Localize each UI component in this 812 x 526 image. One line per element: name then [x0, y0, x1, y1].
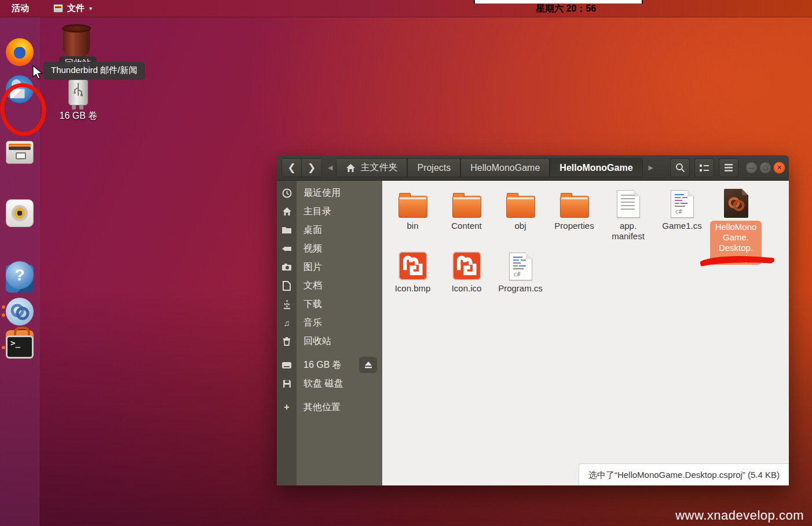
camera-icon: [277, 263, 297, 271]
sidebar-label: 最近使用: [303, 187, 341, 199]
selection-status-text: 选中了“HelloMonoGame.Desktop.csproj” (5.4 K…: [588, 470, 780, 480]
sidebar-label: 软盘 磁盘: [303, 378, 343, 390]
dock-item-files[interactable]: [6, 141, 34, 164]
dock-item-help[interactable]: ?: [6, 261, 34, 289]
file-item-icon-ico[interactable]: Icon.ico: [440, 249, 493, 294]
forward-button[interactable]: ❯: [302, 158, 322, 177]
monogame-logo-icon: [452, 251, 481, 280]
sidebar-label: 音乐: [303, 317, 322, 329]
nav-buttons: ❮ ❯: [281, 158, 322, 177]
sidebar-item-downloads[interactable]: 下载: [277, 295, 382, 313]
popup-edge-strip: [474, 0, 643, 4]
folder-icon: [452, 196, 481, 218]
window-titlebar[interactable]: ❮ ❯ ◀ 主文件夹 Projects HelloMonoGame HelloM…: [277, 155, 789, 181]
hamburger-icon: [724, 164, 733, 171]
file-manager-window: ❮ ❯ ◀ 主文件夹 Projects HelloMonoGame HelloM…: [277, 155, 789, 485]
file-label: obj: [514, 221, 526, 231]
path-segment-current[interactable]: HelloMonoGame: [550, 158, 642, 177]
sidebar-label: 回收站: [303, 335, 331, 348]
app-menu-label: 文件: [67, 3, 85, 14]
folder-icon: [398, 196, 427, 218]
folder-icon: [277, 226, 297, 234]
desktop-usb-volume-icon[interactable]: [67, 79, 89, 111]
view-toggle-button[interactable]: [694, 158, 714, 177]
document-icon: [277, 281, 297, 291]
path-overflow-left-icon[interactable]: ◀: [328, 164, 332, 171]
running-indicator-dot: [2, 313, 5, 317]
clock-icon: [277, 188, 297, 198]
sidebar-item-desktop[interactable]: 桌面: [277, 221, 382, 239]
eject-icon: [364, 361, 372, 368]
path-segment-hellomonogame[interactable]: HelloMonoGame: [460, 158, 550, 177]
window-controls: — ▢ ✕: [745, 162, 785, 174]
search-button[interactable]: [670, 158, 690, 177]
csharp-file-icon: c#: [509, 253, 532, 280]
menu-button[interactable]: [719, 158, 738, 177]
dock-item-terminal[interactable]: >_: [6, 335, 34, 359]
red-underline-annotation: [698, 253, 778, 269]
app-menu[interactable]: 文件 ▾: [53, 3, 92, 14]
file-item-icon-bmp[interactable]: Icon.bmp: [386, 249, 440, 294]
sidebar-label: 文档: [303, 280, 322, 292]
floppy-icon: [277, 379, 297, 388]
sidebar-item-music[interactable]: ♫ 音乐: [277, 313, 382, 332]
path-segment-home[interactable]: 主文件夹: [336, 158, 407, 177]
minimize-button[interactable]: —: [745, 162, 758, 174]
usb-pin: [79, 105, 83, 109]
sidebar-item-home[interactable]: 主目录: [277, 202, 382, 221]
files-app-icon: [53, 4, 63, 13]
monodevelop-swirl-icon: [8, 300, 31, 323]
dock-item-firefox[interactable]: [6, 38, 34, 66]
sidebar: 最近使用 主目录 桌面 视频 图片 文档 下载 ♫ 音乐: [277, 181, 382, 485]
folder-icon: [506, 196, 535, 218]
monogame-logo-icon: [398, 251, 427, 280]
back-button[interactable]: ❮: [281, 158, 302, 177]
file-label: Icon.bmp: [395, 283, 431, 294]
file-item-program-cs[interactable]: c# Program.cs: [493, 249, 547, 294]
sidebar-item-pictures[interactable]: 图片: [277, 258, 382, 276]
desktop-trash-icon[interactable]: [62, 24, 91, 58]
download-icon: [277, 299, 297, 309]
trash-can-body: [63, 28, 90, 57]
dock-item-rhythmbox[interactable]: [6, 199, 34, 227]
thunderbird-tooltip: Thunderbird 邮件/新闻: [43, 62, 145, 80]
file-row-2: Icon.bmp Icon.ico c# Program.cs: [386, 249, 547, 294]
plus-icon: +: [277, 401, 297, 413]
help-question-glyph: ?: [14, 266, 24, 284]
close-button[interactable]: ✕: [773, 162, 785, 174]
path-segment-projects[interactable]: Projects: [407, 158, 460, 177]
eject-button[interactable]: [359, 357, 377, 373]
desktop-usb-volume-label: 16 GB 卷: [45, 110, 112, 122]
text-file-icon: [617, 190, 640, 218]
dock-item-monodevelop[interactable]: [6, 298, 34, 326]
path-bar: 主文件夹 Projects HelloMonoGame HelloMonoGam…: [336, 158, 642, 177]
home-icon: [277, 207, 297, 216]
home-icon: [346, 163, 356, 173]
sidebar-label: 桌面: [303, 224, 322, 236]
sidebar-item-trash[interactable]: 回收站: [277, 332, 382, 350]
trash-icon: [277, 337, 297, 346]
top-bar: 活动 文件 ▾: [0, 0, 812, 17]
watermark: www.xnadevelop.com: [675, 508, 804, 523]
sidebar-item-other-locations[interactable]: + 其他位置: [277, 398, 382, 417]
file-item-properties[interactable]: Properties: [547, 187, 601, 265]
path-home-label: 主文件夹: [360, 162, 397, 174]
sidebar-item-recent[interactable]: 最近使用: [277, 184, 382, 202]
sidebar-label: 16 GB 卷: [303, 359, 342, 371]
csharp-file-icon: c#: [671, 190, 694, 218]
path-overflow-right-icon[interactable]: ▶: [649, 164, 653, 171]
drive-icon: [277, 361, 297, 369]
sidebar-item-videos[interactable]: 视频: [277, 239, 382, 258]
maximize-button[interactable]: ▢: [759, 162, 771, 174]
toolbar-actions: [670, 158, 738, 177]
file-label: Game1.cs: [662, 221, 701, 231]
sidebar-label: 图片: [303, 261, 322, 273]
usb-trident-glyph: [72, 83, 85, 99]
sidebar-item-floppy-disk[interactable]: 软盘 磁盘: [277, 374, 382, 393]
video-icon: [277, 245, 297, 253]
file-item-app-manifest[interactable]: app. manifest: [601, 187, 655, 265]
file-label: Content: [451, 221, 482, 231]
file-grid: bin Content obj Properties app. manifest…: [382, 181, 789, 485]
activities-button[interactable]: 活动: [8, 2, 32, 15]
sidebar-item-documents[interactable]: 文档: [277, 276, 382, 295]
